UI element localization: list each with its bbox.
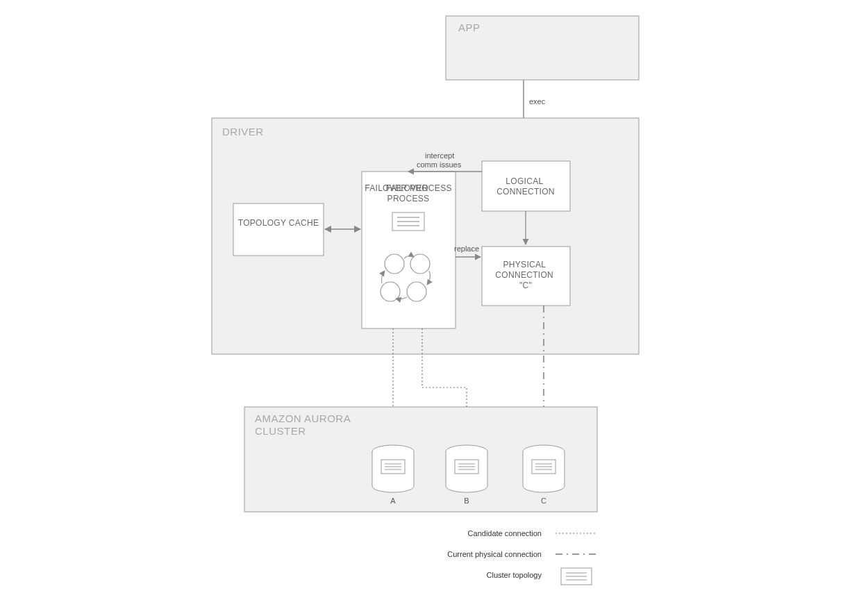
svg-text:CLUSTER: CLUSTER: [255, 425, 306, 437]
exec-label: exec: [529, 97, 546, 106]
svg-text:Candidate connection: Candidate connection: [468, 529, 542, 538]
svg-rect-2: [233, 203, 324, 256]
app-box: APP: [446, 16, 639, 80]
svg-text:Cluster topology: Cluster topology: [487, 571, 542, 579]
replace-label: replace: [454, 244, 479, 253]
svg-text:AMAZON AURORA: AMAZON AURORA: [255, 412, 351, 424]
svg-text:FAILOVER
    PROCESS: FAILOVER PROCESS: [386, 183, 431, 203]
svg-text:A: A: [390, 497, 396, 505]
legend: Candidate connection Current physical co…: [447, 529, 597, 585]
physical-connection-box: PHYSICAL CONNECTION "C": [482, 247, 570, 306]
logical-connection-box: LOGICAL CONNECTION: [482, 161, 570, 211]
app-label: APP: [458, 22, 481, 33]
intercept-label-2: comm issues: [417, 160, 462, 169]
svg-text:B: B: [464, 497, 469, 505]
svg-text:C: C: [541, 497, 546, 505]
svg-text:Current physical connection: Current physical connection: [447, 550, 542, 558]
driver-label: DRIVER: [222, 126, 264, 138]
topology-cache-box: TOPOLOGY CACHE: [233, 203, 324, 256]
topology-icon: [392, 212, 424, 231]
failover-process-box: FAILOVER PROCESS FAILOVER PROCESS: [362, 172, 456, 328]
intercept-label-1: intercept: [425, 151, 454, 160]
svg-rect-15: [482, 161, 570, 211]
svg-text:TOPOLOGY CACHE: TOPOLOGY CACHE: [238, 218, 319, 228]
